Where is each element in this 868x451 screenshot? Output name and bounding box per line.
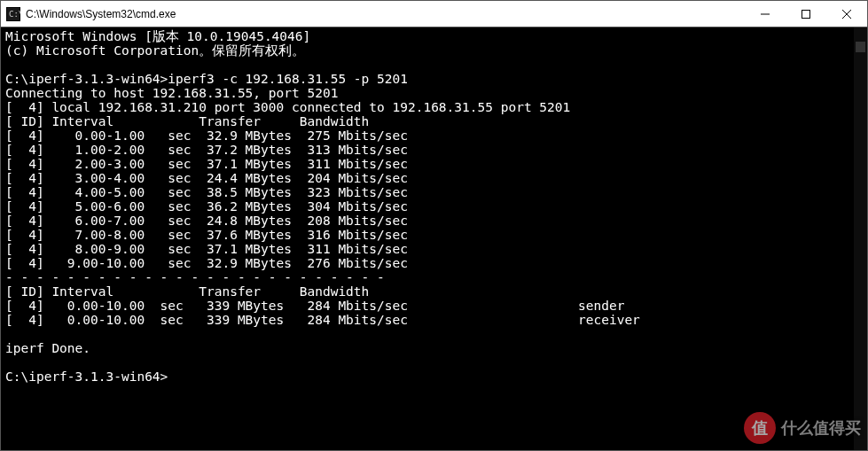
terminal-output[interactable]: Microsoft Windows [版本 10.0.19045.4046] (… xyxy=(1,27,867,450)
window-title: C:\Windows\System32\cmd.exe xyxy=(26,8,745,20)
cmd-icon: C:\ xyxy=(6,7,20,21)
svg-rect-4 xyxy=(802,10,810,18)
close-button[interactable] xyxy=(826,1,867,27)
scrollbar[interactable] xyxy=(854,27,867,450)
maximize-button[interactable] xyxy=(786,1,826,27)
watermark-text: 什么值得买 xyxy=(781,417,861,439)
minimize-button[interactable] xyxy=(745,1,786,27)
watermark-badge: 值 xyxy=(744,412,776,444)
window-controls xyxy=(745,1,867,27)
scrollbar-thumb[interactable] xyxy=(856,42,865,52)
cmd-window: C:\ C:\Windows\System32\cmd.exe Microsof… xyxy=(0,0,868,451)
watermark: 值 什么值得买 xyxy=(744,412,861,444)
titlebar[interactable]: C:\ C:\Windows\System32\cmd.exe xyxy=(1,1,867,27)
svg-text:C:\: C:\ xyxy=(9,10,20,19)
